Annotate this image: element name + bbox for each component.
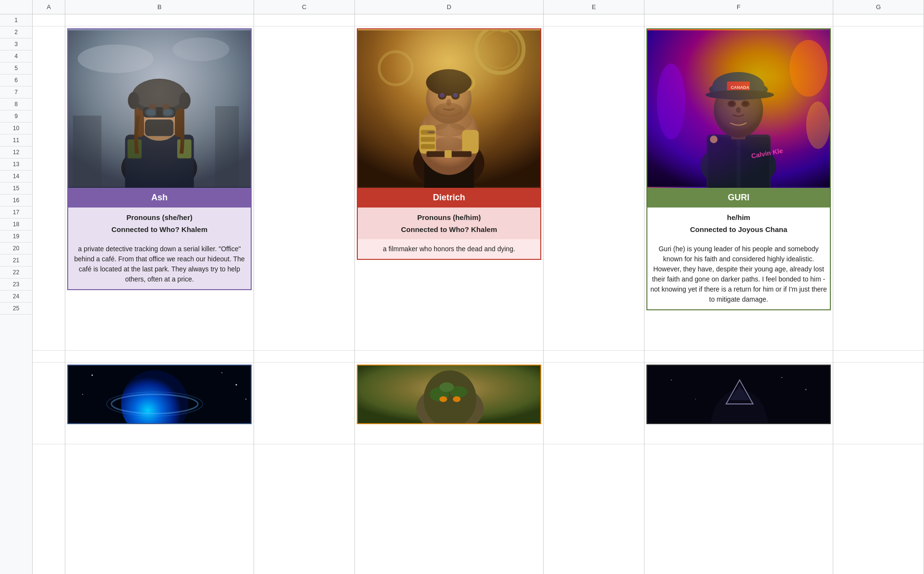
partial-image-b xyxy=(68,366,251,423)
cell-b1[interactable] xyxy=(65,14,254,26)
row-num-13[interactable]: 13 xyxy=(0,159,32,171)
cell-g22[interactable] xyxy=(833,351,924,363)
svg-point-61 xyxy=(440,93,445,98)
row-num-14[interactable]: 14 xyxy=(0,171,32,183)
svg-rect-66 xyxy=(445,150,452,158)
cell-c1[interactable] xyxy=(254,14,354,26)
row-num-2[interactable]: 2 xyxy=(0,26,32,38)
col-header-b[interactable]: B xyxy=(65,0,254,14)
col-header-a[interactable]: A xyxy=(33,0,65,14)
col-header-c[interactable]: C xyxy=(254,0,355,14)
cell-c2-21[interactable] xyxy=(254,26,354,351)
svg-text:Calvin Kle: Calvin Kle xyxy=(751,147,784,159)
row-num-10[interactable]: 10 xyxy=(0,122,32,134)
svg-rect-75 xyxy=(647,30,830,187)
svg-rect-82 xyxy=(708,137,736,188)
col-header-d[interactable]: D xyxy=(355,0,544,14)
svg-rect-25 xyxy=(73,116,101,187)
row-num-16[interactable]: 16 xyxy=(0,195,32,207)
row-num-7[interactable]: 7 xyxy=(0,86,32,98)
svg-rect-89 xyxy=(727,82,750,92)
guri-image: Calvin Kle xyxy=(647,29,830,188)
cell-a1[interactable] xyxy=(33,14,65,26)
cell-e23-25[interactable] xyxy=(544,363,644,444)
cell-e1[interactable] xyxy=(544,14,644,26)
svg-point-12 xyxy=(132,79,186,115)
cell-g1[interactable] xyxy=(833,14,924,26)
svg-text:CANADA: CANADA xyxy=(731,85,750,90)
cell-d1[interactable] xyxy=(355,14,543,26)
ash-description: a private detective tracking down a seri… xyxy=(68,239,251,289)
row-num-25[interactable]: 25 xyxy=(0,303,32,315)
row-num-3[interactable]: 3 xyxy=(0,38,32,50)
row-num-24[interactable]: 24 xyxy=(0,291,32,303)
guri-description: Guri (he) is young leader of his people … xyxy=(647,239,830,309)
svg-rect-50 xyxy=(421,130,435,134)
col-a xyxy=(33,14,65,574)
svg-point-104 xyxy=(695,399,696,400)
cell-c23-25[interactable] xyxy=(254,363,354,444)
svg-point-103 xyxy=(805,389,807,391)
row-num-23[interactable]: 23 xyxy=(0,279,32,291)
svg-rect-76 xyxy=(647,30,830,187)
row-num-15[interactable]: 15 xyxy=(0,183,32,195)
col-e xyxy=(544,14,644,574)
row-num-20[interactable]: 20 xyxy=(0,243,32,255)
col-header-f[interactable]: F xyxy=(644,0,833,14)
svg-point-57 xyxy=(464,80,470,85)
row-num-9[interactable]: 9 xyxy=(0,110,32,122)
row-num-22[interactable]: 22 xyxy=(0,267,32,279)
cell-e2-21[interactable] xyxy=(544,26,644,351)
svg-point-63 xyxy=(447,99,451,106)
row-num-4[interactable]: 4 xyxy=(0,50,32,62)
row-num-12[interactable]: 12 xyxy=(0,147,32,159)
svg-rect-65 xyxy=(426,151,472,157)
svg-point-45 xyxy=(432,123,465,137)
svg-point-23 xyxy=(149,104,157,110)
cell-b22[interactable] xyxy=(65,351,254,363)
cell-c22[interactable] xyxy=(254,351,354,363)
row-num-21[interactable]: 21 xyxy=(0,255,32,267)
svg-point-46 xyxy=(426,111,449,130)
svg-point-13 xyxy=(133,79,185,110)
cell-a23-25[interactable] xyxy=(33,363,65,444)
cell-d22[interactable] xyxy=(355,351,543,363)
dark-svg xyxy=(647,366,830,423)
cell-a22[interactable] xyxy=(33,351,65,363)
guri-card: Calvin Kle xyxy=(646,28,831,310)
svg-point-40 xyxy=(498,29,512,33)
cell-f1[interactable] xyxy=(644,14,833,26)
svg-point-80 xyxy=(701,142,777,188)
ash-connected: Connected to Who? Khalem xyxy=(73,223,246,235)
row-num-17[interactable]: 17 xyxy=(0,207,32,219)
row-num-11[interactable]: 11 xyxy=(0,134,32,147)
cell-f22[interactable] xyxy=(644,351,833,363)
cell-g2-21[interactable] xyxy=(833,26,924,351)
cell-f2-21: Calvin Kle xyxy=(644,26,833,351)
svg-rect-22 xyxy=(145,120,173,136)
dietrich-name-bar: Dietrich xyxy=(358,188,540,208)
corner-cell xyxy=(0,0,33,14)
dietrich-image xyxy=(358,29,540,188)
row-num-8[interactable]: 8 xyxy=(0,98,32,110)
cell-g23-25[interactable] xyxy=(833,363,924,444)
svg-point-73 xyxy=(439,396,447,402)
spreadsheet: A B C D E F G 1 2 3 4 5 6 7 8 9 10 11 12… xyxy=(0,0,924,574)
col-header-g[interactable]: G xyxy=(833,0,924,14)
col-c xyxy=(254,14,355,574)
row-num-18[interactable]: 18 xyxy=(0,219,32,231)
svg-point-92 xyxy=(728,100,736,107)
row-num-6[interactable]: 6 xyxy=(0,74,32,86)
dietrich-image-bg xyxy=(358,29,540,188)
row-num-1[interactable]: 1 xyxy=(0,14,32,26)
col-header-e[interactable]: E xyxy=(544,0,644,14)
svg-point-56 xyxy=(461,77,473,88)
forest-svg xyxy=(358,366,540,423)
cell-e22[interactable] xyxy=(544,351,644,363)
cell-a2-21[interactable] xyxy=(33,26,65,351)
main-area: 1 2 3 4 5 6 7 8 9 10 11 12 13 14 15 16 1… xyxy=(0,14,924,574)
row-num-19[interactable]: 19 xyxy=(0,231,32,243)
cell-d23-25 xyxy=(355,363,543,444)
svg-rect-26 xyxy=(215,106,239,187)
row-num-5[interactable]: 5 xyxy=(0,62,32,74)
